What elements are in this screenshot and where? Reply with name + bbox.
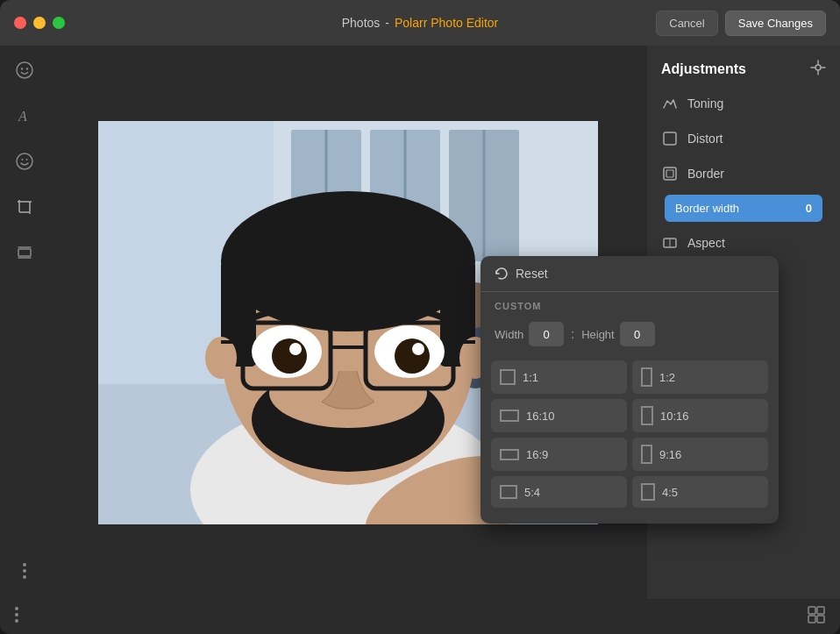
sidebar-icon-layers[interactable] — [11, 239, 39, 267]
svg-point-17 — [23, 575, 26, 579]
svg-point-15 — [23, 563, 26, 566]
reset-label: Reset — [516, 267, 548, 281]
aspect-label-9-16: 9:16 — [659, 448, 681, 461]
svg-point-16 — [23, 569, 26, 573]
sidebar-icon-face[interactable] — [11, 56, 39, 84]
aspect-option-1-1[interactable]: 1:1 — [491, 360, 627, 394]
traffic-lights — [14, 17, 65, 29]
aspect-rect-4-5 — [641, 483, 655, 501]
bottom-bar — [0, 599, 840, 634]
panel-title: Adjustments — [661, 61, 746, 77]
svg-point-2 — [26, 68, 28, 69]
main-content: A — [0, 46, 840, 599]
custom-label: CUSTOM — [481, 292, 779, 317]
svg-point-64 — [15, 607, 18, 610]
height-input-group: Height 0 — [581, 322, 655, 346]
aspect-rect-9-16 — [641, 445, 652, 464]
width-label: Width — [495, 328, 523, 341]
aspect-label: Aspect — [687, 236, 725, 250]
aspect-rect-10-16 — [641, 406, 653, 425]
aspect-label-16-10: 16:10 — [526, 410, 555, 423]
svg-rect-7 — [19, 202, 30, 212]
svg-point-56 — [815, 65, 821, 70]
aspect-icon — [661, 234, 679, 252]
title-separator: - — [385, 16, 389, 30]
width-value: 0 — [544, 328, 550, 341]
wand-icon[interactable] — [810, 60, 826, 79]
more-options-icon[interactable] — [11, 557, 39, 585]
border-menu-item[interactable]: Border — [647, 156, 840, 191]
aspect-option-4-5[interactable]: 4:5 — [632, 476, 768, 508]
aspect-label-1-1: 1:1 — [523, 371, 538, 384]
svg-rect-59 — [666, 170, 673, 177]
svg-point-0 — [17, 62, 32, 78]
aspect-label-5-4: 5:4 — [524, 486, 540, 499]
sidebar-icon-text[interactable]: A — [11, 102, 39, 130]
maximize-button[interactable] — [53, 17, 65, 29]
svg-point-5 — [22, 159, 24, 160]
svg-point-6 — [26, 159, 28, 160]
distort-menu-item[interactable]: Distort — [647, 121, 840, 156]
svg-point-47 — [395, 338, 430, 374]
aspect-ratio-grid: 1:1 1:2 16:10 10:16 — [481, 355, 779, 513]
svg-point-65 — [15, 613, 18, 616]
distort-icon — [661, 130, 679, 147]
aspect-dropdown: Reset CUSTOM Width 0 : Height — [481, 256, 779, 524]
panel-header: Adjustments — [647, 46, 840, 86]
aspect-menu-item[interactable]: Aspect — [647, 225, 840, 260]
border-label: Border — [687, 167, 724, 181]
svg-point-48 — [289, 343, 302, 355]
svg-point-66 — [15, 619, 18, 623]
reset-button[interactable]: Reset — [481, 256, 779, 292]
aspect-rect-5-4 — [500, 485, 517, 499]
width-input[interactable]: 0 — [529, 322, 564, 346]
aspect-label-4-5: 4:5 — [662, 486, 678, 499]
svg-rect-12 — [18, 249, 31, 256]
svg-point-49 — [412, 343, 424, 355]
svg-rect-68 — [817, 607, 824, 614]
width-input-group: Width 0 — [495, 322, 564, 346]
sidebar-icon-crop[interactable] — [11, 193, 39, 221]
svg-text:A: A — [18, 109, 27, 124]
height-label: Height — [581, 328, 615, 341]
titlebar-actions: Cancel Save Changes — [656, 11, 826, 36]
border-width-row[interactable]: Border width 0 — [665, 195, 822, 222]
svg-rect-57 — [664, 132, 676, 145]
bottom-more-icon[interactable] — [14, 606, 19, 627]
svg-rect-69 — [808, 616, 815, 623]
svg-point-4 — [17, 153, 32, 169]
save-button[interactable]: Save Changes — [725, 11, 826, 36]
sidebar-icon-sticker[interactable] — [11, 147, 39, 175]
aspect-option-9-16[interactable]: 9:16 — [632, 438, 768, 471]
aspect-option-16-9[interactable]: 16:9 — [491, 438, 627, 471]
close-button[interactable] — [14, 17, 26, 29]
aspect-option-10-16[interactable]: 10:16 — [632, 399, 768, 432]
toning-menu-item[interactable]: Toning — [647, 86, 840, 121]
window-title: Photos - Polarr Photo Editor — [342, 16, 499, 30]
border-width-value: 0 — [806, 202, 812, 215]
aspect-rect-16-9 — [500, 449, 519, 460]
cancel-button[interactable]: Cancel — [656, 11, 717, 36]
svg-point-32 — [221, 191, 475, 331]
minimize-button[interactable] — [33, 17, 46, 29]
aspect-rect-1-1 — [500, 369, 516, 385]
aspect-rect-1-2 — [641, 367, 652, 387]
svg-rect-67 — [808, 607, 815, 614]
bottom-view-icon[interactable] — [807, 605, 826, 628]
svg-rect-70 — [817, 616, 824, 623]
toning-icon — [661, 95, 679, 112]
svg-rect-58 — [664, 167, 676, 180]
height-value: 0 — [634, 328, 640, 341]
aspect-label-16-9: 16:9 — [526, 448, 548, 461]
distort-label: Distort — [687, 132, 723, 146]
aspect-option-5-4[interactable]: 5:4 — [491, 476, 627, 508]
left-sidebar: A — [0, 46, 49, 599]
aspect-rect-16-10 — [500, 410, 519, 422]
border-width-label: Border width — [675, 202, 739, 215]
aspect-option-16-10[interactable]: 16:10 — [491, 399, 627, 432]
aspect-option-1-2[interactable]: 1:2 — [632, 360, 768, 394]
title-app-name: Polarr Photo Editor — [395, 16, 498, 30]
title-photos: Photos — [342, 16, 381, 30]
right-panel: Adjustments — [647, 46, 840, 599]
height-input[interactable]: 0 — [620, 322, 655, 346]
